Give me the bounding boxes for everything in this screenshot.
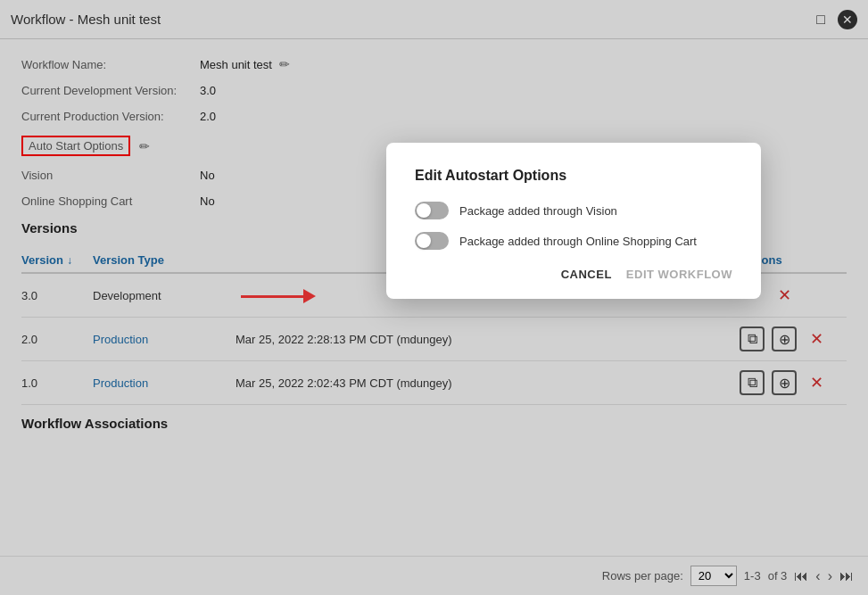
cancel-button[interactable]: CANCEL — [561, 268, 612, 281]
toggle-knob — [417, 203, 431, 218]
vision-toggle-row: Package added through Vision — [415, 202, 732, 219]
shopping-cart-toggle-label: Package added through Online Shopping Ca… — [459, 235, 697, 248]
modal-title: Edit Autostart Options — [415, 168, 732, 184]
modal-overlay: Edit Autostart Options Package added thr… — [0, 0, 868, 595]
edit-autostart-modal: Edit Autostart Options Package added thr… — [386, 143, 761, 299]
main-window: Workflow - Mesh unit test □ ✕ Workflow N… — [0, 0, 868, 595]
shopping-cart-toggle[interactable] — [415, 232, 449, 250]
modal-actions: CANCEL EDIT WORKFLOW — [415, 268, 732, 281]
toggle-knob — [417, 234, 431, 248]
arrow-head — [303, 289, 316, 303]
vision-toggle-label: Package added through Vision — [459, 204, 617, 218]
vision-toggle[interactable] — [415, 202, 449, 219]
shopping-cart-toggle-row: Package added through Online Shopping Ca… — [415, 232, 732, 250]
edit-workflow-button[interactable]: EDIT WORKFLOW — [626, 268, 732, 281]
arrow-shaft — [241, 295, 303, 298]
